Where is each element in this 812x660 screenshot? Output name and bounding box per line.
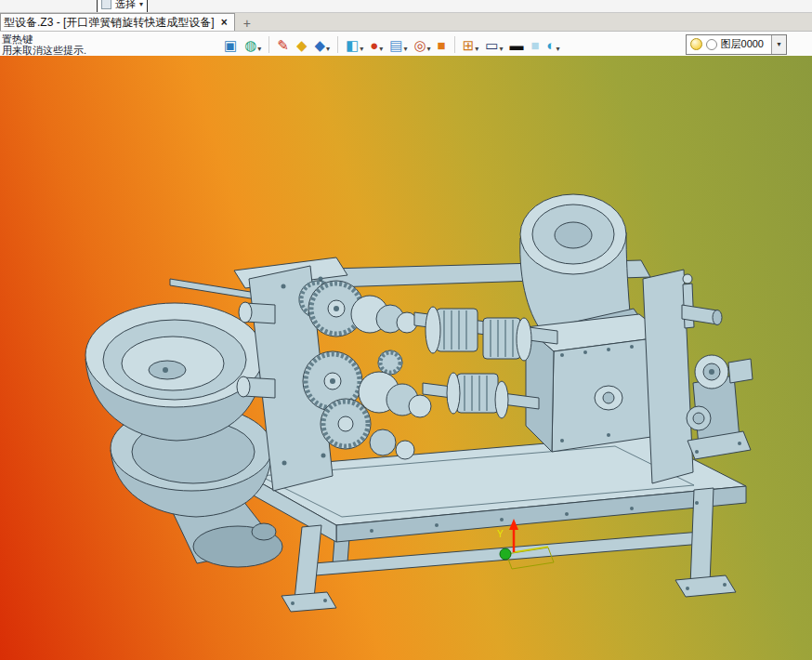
layer-name: 图层0000 bbox=[721, 37, 767, 51]
toolbar-separator bbox=[268, 36, 269, 53]
layer-dropdown-icon[interactable]: ▼ bbox=[771, 35, 786, 54]
top-toolbar-clipped: 选择 ▾ bbox=[0, 0, 812, 13]
end-bracket bbox=[643, 270, 753, 483]
selection-filter-combo[interactable]: 选择 ▾ bbox=[97, 0, 148, 13]
combo-dropdown-icon[interactable]: ▾ bbox=[139, 0, 143, 8]
document-tab-bar: 型设备.Z3 - [开口弹簧销旋转快速成型设备] × + bbox=[0, 13, 812, 32]
monitor-display-icon[interactable]: ▭▾ bbox=[484, 35, 504, 54]
layer-visibility-bulb-icon[interactable] bbox=[690, 38, 702, 50]
shade-mode-icon[interactable]: ◧▾ bbox=[345, 35, 364, 54]
grid-settings-icon[interactable]: ⊞▾ bbox=[462, 35, 480, 54]
document-tab-active[interactable]: 型设备.Z3 - [开口弹簧销旋转快速成型设备] × bbox=[0, 13, 235, 31]
toolbar-icons: ▣ ◍▾ ✎ ◆ ◆▾ ◧▾ ●▾ ▤▾ ◎▾ ■ ⊞▾ ▭▾ ▬ ■ ◐▾ bbox=[223, 35, 561, 54]
viewport-3d[interactable]: Y bbox=[0, 56, 812, 660]
view-toolbar: 置热键 用来取消这些提示. ▣ ◍▾ ✎ ◆ ◆▾ ◧▾ ●▾ ▤▾ ◎▾ ■ … bbox=[0, 32, 812, 57]
color-swatch-icon[interactable]: ■ bbox=[530, 35, 541, 54]
orientation-compass-icon[interactable]: ◎▾ bbox=[413, 35, 431, 54]
hint-line-1: 置热键 bbox=[2, 33, 223, 45]
layer-control[interactable]: 图层0000 ▼ bbox=[686, 34, 787, 55]
toolbar-separator bbox=[454, 36, 455, 53]
line-width-icon[interactable]: ▬ bbox=[508, 35, 525, 54]
restore-view-icon[interactable]: ▣ bbox=[223, 35, 239, 54]
color-picker-icon[interactable]: ◍▾ bbox=[243, 35, 262, 54]
new-tab-button[interactable]: + bbox=[243, 18, 251, 29]
toolbar-separator bbox=[337, 36, 338, 53]
visibility-mode-icon[interactable]: ◐▾ bbox=[546, 35, 561, 54]
image-background-icon[interactable]: ▤▾ bbox=[388, 35, 408, 54]
document-tab-label: 型设备.Z3 - [开口弹簧销旋转快速成型设备] bbox=[4, 15, 215, 31]
tab-close-icon[interactable]: × bbox=[221, 16, 228, 29]
selection-filter-value: 选择 bbox=[115, 0, 136, 11]
machine-model-svg: Y bbox=[0, 56, 812, 660]
hint-line-2: 用来取消这些提示. bbox=[2, 45, 223, 56]
hint-text: 置热键 用来取消这些提示. bbox=[0, 33, 223, 56]
iso-cube-yellow-icon[interactable]: ◆ bbox=[295, 35, 309, 54]
cad-application-window: 选择 ▾ 型设备.Z3 - [开口弹簧销旋转快速成型设备] × + 置热键 用来… bbox=[0, 0, 812, 660]
sketch-pencil-icon[interactable]: ✎ bbox=[276, 35, 291, 54]
layer-color-icon[interactable] bbox=[706, 39, 717, 50]
triad-axis-label: Y bbox=[497, 529, 504, 539]
color-wheel-icon[interactable]: ●▾ bbox=[369, 35, 384, 54]
iso-cube-blue-icon[interactable]: ◆▾ bbox=[313, 35, 331, 54]
filter-icon bbox=[101, 0, 111, 9]
bounding-box-icon[interactable]: ■ bbox=[437, 35, 448, 54]
